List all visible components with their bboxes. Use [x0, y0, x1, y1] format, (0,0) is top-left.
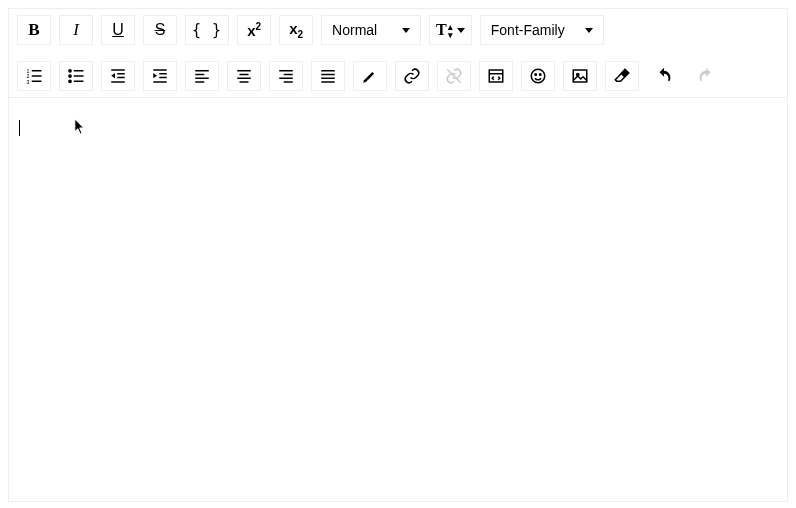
emoji-button[interactable] — [521, 61, 555, 91]
unordered-list-button[interactable] — [59, 61, 93, 91]
svg-text:3: 3 — [27, 79, 30, 85]
undo-button[interactable] — [647, 61, 681, 91]
eraser-button[interactable] — [605, 61, 639, 91]
insert-html-button[interactable] — [479, 61, 513, 91]
svg-rect-44 — [573, 70, 587, 82]
indent-icon — [151, 67, 169, 85]
align-center-icon — [235, 67, 253, 85]
svg-marker-16 — [111, 73, 115, 78]
bold-button[interactable]: B — [17, 15, 51, 45]
subscript-button[interactable]: x2 — [279, 15, 313, 45]
align-justify-icon — [319, 67, 337, 85]
strike-button[interactable]: S — [143, 15, 177, 45]
italic-button[interactable]: I — [59, 15, 93, 45]
superscript-button[interactable]: x2 — [237, 15, 271, 45]
underline-icon: U — [112, 21, 124, 39]
unlink-icon — [445, 67, 463, 85]
textsize-icon: T ▴▾ — [436, 21, 453, 39]
link-button[interactable] — [395, 61, 429, 91]
svg-point-41 — [531, 69, 545, 83]
editor-content-area[interactable] — [8, 98, 788, 502]
caret-down-icon — [457, 28, 465, 33]
svg-point-43 — [540, 74, 542, 76]
italic-icon: I — [73, 20, 79, 40]
eraser-icon — [613, 67, 631, 85]
outdent-icon — [109, 67, 127, 85]
image-icon — [571, 67, 589, 85]
underline-button[interactable]: U — [101, 15, 135, 45]
textsize-dropdown[interactable]: T ▴▾ — [429, 15, 472, 45]
caret-down-icon — [402, 28, 410, 33]
superscript-icon: x2 — [247, 21, 261, 39]
fontfamily-dropdown-label: Font-Family — [491, 22, 565, 38]
svg-point-8 — [69, 80, 71, 82]
strikethrough-icon: S — [155, 21, 166, 39]
bold-icon: B — [28, 20, 39, 40]
redo-icon — [697, 67, 715, 85]
redo-button[interactable] — [689, 61, 723, 91]
align-right-button[interactable] — [269, 61, 303, 91]
unordered-list-icon — [67, 67, 85, 85]
html-block-icon — [487, 67, 505, 85]
heading-dropdown-label: Normal — [332, 22, 377, 38]
align-justify-button[interactable] — [311, 61, 345, 91]
code-button[interactable]: { } — [185, 15, 229, 45]
align-right-icon — [277, 67, 295, 85]
unlink-button[interactable] — [437, 61, 471, 91]
svg-point-6 — [69, 70, 71, 72]
link-icon — [403, 67, 421, 85]
code-icon: { } — [192, 21, 222, 39]
svg-point-7 — [69, 75, 71, 77]
smile-icon — [529, 67, 547, 85]
color-button[interactable] — [353, 61, 387, 91]
svg-rect-39 — [489, 70, 503, 82]
svg-marker-21 — [153, 73, 157, 78]
image-button[interactable] — [563, 61, 597, 91]
align-center-button[interactable] — [227, 61, 261, 91]
pen-icon — [361, 67, 379, 85]
align-left-icon — [193, 67, 211, 85]
undo-icon — [655, 67, 673, 85]
fontfamily-dropdown[interactable]: Font-Family — [480, 15, 604, 45]
subscript-icon: x2 — [289, 20, 303, 40]
svg-point-42 — [535, 74, 537, 76]
caret-down-icon — [585, 28, 593, 33]
ordered-list-button[interactable]: 1 2 3 — [17, 61, 51, 91]
text-cursor — [19, 120, 20, 136]
outdent-button[interactable] — [101, 61, 135, 91]
align-left-button[interactable] — [185, 61, 219, 91]
ordered-list-icon: 1 2 3 — [25, 67, 43, 85]
heading-dropdown[interactable]: Normal — [321, 15, 421, 45]
indent-button[interactable] — [143, 61, 177, 91]
editor-toolbar: B I U S { } x2 x2 Normal T ▴▾ Font-Famil… — [8, 8, 788, 98]
